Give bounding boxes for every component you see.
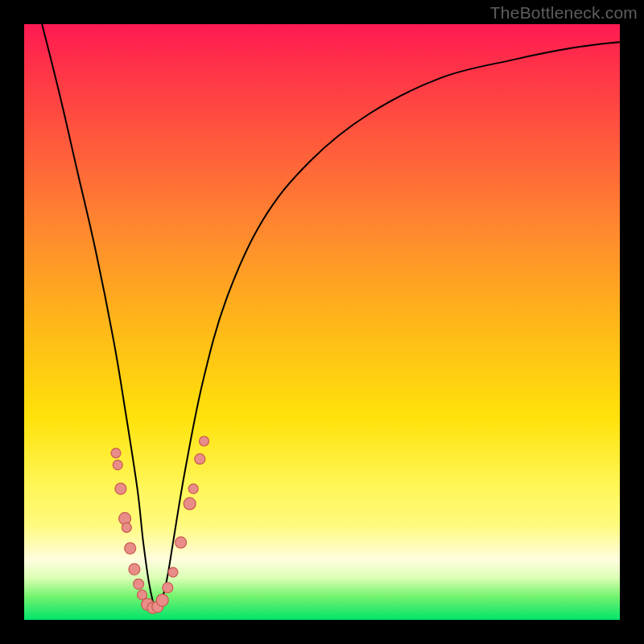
chart-frame: TheBottleneck.com xyxy=(0,0,644,644)
data-marker xyxy=(129,564,140,575)
data-marker xyxy=(200,436,209,446)
plot-area xyxy=(24,24,620,620)
data-marker xyxy=(122,522,131,532)
watermark-label: TheBottleneck.com xyxy=(490,3,638,23)
data-marker xyxy=(115,483,126,494)
data-marker xyxy=(125,543,136,554)
data-marker xyxy=(175,537,187,548)
data-marker xyxy=(168,568,178,577)
markers-group xyxy=(111,436,209,613)
data-marker xyxy=(184,497,196,510)
data-marker xyxy=(113,460,122,470)
data-marker xyxy=(195,454,205,464)
data-marker xyxy=(188,484,198,493)
data-marker xyxy=(134,579,144,589)
data-marker xyxy=(111,448,121,458)
chart-svg xyxy=(24,24,620,620)
data-marker xyxy=(156,594,168,606)
data-marker xyxy=(163,583,173,593)
